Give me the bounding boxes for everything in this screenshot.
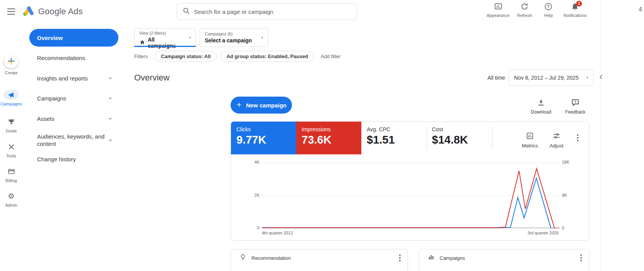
nav-item-change-history[interactable]: Change history [29, 151, 123, 167]
date-range-selector[interactable]: Nov 8, 2012 – Jul 29, 2025 [509, 69, 593, 86]
campaigns-card: Campaigns [419, 249, 589, 271]
metric-tile-impressions[interactable]: Impressions 73.6K [296, 122, 361, 154]
dropdown-caret-icon [188, 35, 192, 40]
x-axis-end-label: 3rd quarter 2025 [528, 231, 559, 235]
nav-label-insights: Insights and reports [37, 75, 88, 82]
download-icon [537, 98, 545, 108]
campaign-selector-value: Select a campaign [205, 37, 252, 43]
create-button[interactable]: Create [0, 54, 22, 75]
date-range-value: Nov 8, 2012 – Jul 29, 2025 [514, 75, 578, 81]
metric-label: Avg. CPC [367, 126, 421, 132]
date-range-preset-label: All time [487, 75, 505, 81]
nav-item-audiences-keywords-content[interactable]: Audiences, keywords, and content [29, 129, 123, 151]
notification-badge: 1 [576, 1, 582, 7]
credit-card-icon [3, 166, 19, 176]
menu-icon[interactable] [6, 8, 16, 16]
filters-label: Filters [134, 54, 148, 59]
card-title: Campaigns [440, 255, 465, 261]
product-name: Google Ads [38, 7, 83, 17]
view-selector-value: All campaigns [148, 37, 184, 49]
y-axis-tick-right: 18K [562, 160, 576, 164]
y-axis-tick-left: 2K [246, 193, 260, 197]
refresh-button[interactable]: Refresh [516, 2, 533, 18]
card-title: Recommendation [251, 255, 291, 261]
help-button[interactable]: ? Help [539, 2, 557, 18]
download-button[interactable]: Download [530, 98, 552, 115]
refresh-icon [520, 2, 529, 12]
nav-item-overview[interactable]: Overview [29, 29, 118, 47]
search-bar[interactable] [177, 3, 357, 20]
new-campaign-button[interactable]: New campaign [231, 97, 292, 114]
metric-value: 9.77K [236, 134, 291, 146]
svg-text:?: ? [547, 4, 550, 9]
google-ads-app: Google Ads Appearance Refresh [0, 0, 644, 271]
collapse-panel-button[interactable] [597, 73, 605, 82]
sliders-icon [552, 132, 561, 141]
recommendation-icon [239, 254, 246, 262]
chevron-down-icon [108, 116, 113, 121]
plus-icon [236, 102, 242, 109]
notifications-button[interactable]: 1 Notifications [563, 2, 587, 18]
metric-tile-clicks[interactable]: Clicks 9.77K [231, 122, 296, 154]
trophy-icon [3, 117, 19, 127]
nav-label-assets: Assets [37, 115, 54, 122]
topbar: Google Ads Appearance Refresh [0, 0, 644, 23]
scorecard-kebab-menu[interactable] [573, 133, 582, 143]
dropdown-caret-icon [260, 35, 265, 40]
nav-item-campaigns[interactable]: Campaigns [29, 90, 123, 107]
rail-label-admin: Admin [5, 203, 17, 207]
metric-label: Clicks [236, 126, 291, 132]
filter-chip-campaign-status[interactable]: Campaign status: All [155, 51, 217, 62]
appearance-button[interactable]: Appearance [487, 2, 509, 18]
google-ads-logo-icon [23, 5, 35, 18]
create-label: Create [5, 70, 17, 75]
metric-tile-avg-cpc[interactable]: Avg. CPC $1.51 [361, 122, 427, 154]
tile-divider [492, 127, 492, 149]
nav-item-insights-and-reports[interactable]: Insights and reports [29, 70, 123, 87]
download-label: Download [531, 109, 551, 115]
card-header: Campaigns [419, 249, 589, 262]
adjust-button-label: Adjust [550, 143, 563, 149]
rail-item-tools[interactable]: Tools [0, 142, 22, 158]
feedback-button[interactable]: Feedback [565, 98, 586, 115]
clipped-edge-text: 4 [639, 6, 642, 13]
megaphone-icon [3, 90, 19, 100]
nav-item-recommendations[interactable]: Recommendations [29, 49, 123, 66]
search-input[interactable] [194, 8, 351, 15]
chevron-down-icon [108, 76, 113, 80]
y-axis-tick-right: 0 [562, 226, 576, 230]
campaign-selector[interactable]: Campaigns (6) Select a campaign [200, 28, 268, 47]
rail-item-goals[interactable]: Goals [0, 117, 22, 133]
topbar-actions: Appearance Refresh ? Help 1 Notification [487, 2, 587, 18]
metrics-button[interactable]: Metrics [518, 132, 542, 149]
rail-item-campaigns[interactable]: Campaigns [0, 90, 22, 106]
filter-bar: Filters Campaign status: All Ad group st… [134, 51, 341, 62]
new-campaign-label: New campaign [246, 102, 287, 109]
y-axis-tick-left: 4K [246, 160, 260, 164]
adjust-button[interactable]: Adjust [545, 132, 568, 149]
rail-item-billing[interactable]: Billing [0, 166, 22, 183]
view-selector[interactable]: View (2 filters) All campaigns [134, 28, 196, 47]
google-ads-logo[interactable]: Google Ads [23, 5, 83, 18]
add-filter-button[interactable]: Add filter [321, 54, 341, 59]
card-kebab-menu[interactable] [399, 254, 401, 261]
home-icon [139, 39, 145, 47]
card-kebab-menu[interactable] [580, 254, 582, 261]
nav-item-assets[interactable]: Assets [29, 110, 123, 127]
page-title: Overview [134, 73, 170, 83]
rail-item-admin[interactable]: ⚙ Admin [0, 191, 22, 207]
chevron-down-icon [108, 96, 113, 100]
metric-tile-cost[interactable]: Cost $14.8K [427, 122, 492, 154]
overview-scorecard: Clicks 9.77K Impressions 73.6K Avg. CPC … [231, 121, 589, 241]
right-panel-divider [600, 0, 600, 271]
gear-icon: ⚙ [3, 191, 19, 201]
series-clicks [262, 178, 560, 228]
tile-divider [427, 127, 427, 149]
filter-chip-ad-group-status[interactable]: Ad group status: Enabled, Paused [220, 51, 314, 62]
metrics-icon [526, 132, 534, 141]
metrics-button-label: Metrics [522, 143, 538, 149]
nav-label-change-history: Change history [37, 156, 76, 163]
appearance-label: Appearance [487, 13, 509, 18]
appearance-icon [494, 2, 502, 12]
feedback-icon [571, 98, 580, 108]
